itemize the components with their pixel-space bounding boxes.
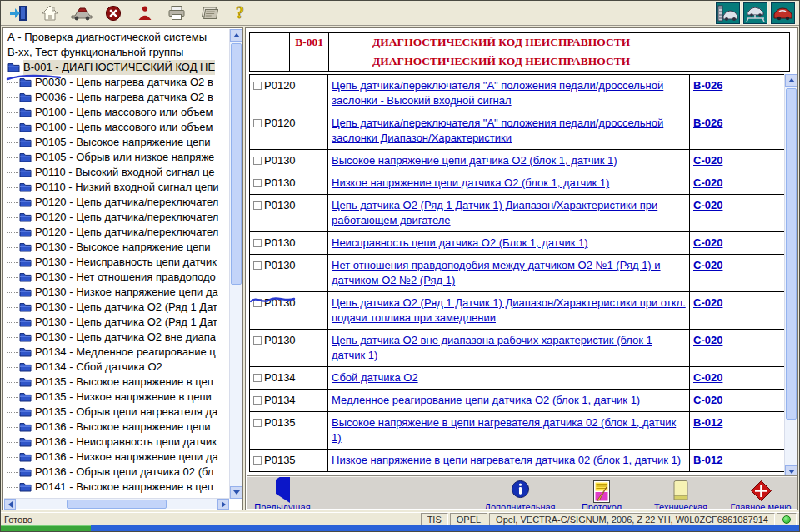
tree-item[interactable]: P0120 - Цепь датчика/переключател: [4, 225, 229, 240]
dtc-checkbox[interactable]: [253, 239, 262, 247]
tree-item[interactable]: P0110 - Низкий входной сигнал цепи: [4, 180, 229, 195]
tree-item[interactable]: P0105 - Обрыв или низкое напряже: [4, 150, 229, 165]
dtc-checkbox[interactable]: [253, 261, 262, 270]
dtc-checkbox[interactable]: [253, 456, 262, 465]
tree-item[interactable]: P0130 - Низкое напряжение цепи да: [4, 285, 229, 300]
exit-button[interactable]: [8, 3, 29, 23]
tree-vertical-scrollbar[interactable]: [229, 29, 242, 499]
tree-item[interactable]: P0141 - Высокое напряжение в цеп: [4, 480, 229, 495]
workshop-module-button[interactable]: [743, 2, 768, 24]
tree-item-label: P0135 - Низкое напряжение в цепи: [35, 390, 212, 405]
tree-item[interactable]: P0110 - Высокий входной сигнал це: [4, 165, 229, 180]
dtc-checkbox[interactable]: [253, 201, 262, 210]
tree-item[interactable]: А - Проверка диагностической системы: [4, 30, 229, 45]
previous-page-button[interactable]: Предыдущая: [247, 480, 332, 509]
dtc-checkbox[interactable]: [253, 157, 262, 165]
tree-item[interactable]: P0100 - Цепь массового или объем: [4, 120, 229, 135]
tree-item[interactable]: P0135 - Обрыв цепи нагревателя да: [4, 405, 229, 420]
tree-horizontal-scrollbar[interactable]: [4, 498, 229, 509]
dtc-description-link[interactable]: Нет отношения правдоподобия между датчик…: [332, 259, 661, 286]
dtc-checkbox[interactable]: [253, 119, 262, 127]
dtc-checkbox[interactable]: [253, 374, 262, 382]
dtc-ref-link[interactable]: C-020: [693, 394, 722, 406]
vehicle-module-button[interactable]: [771, 2, 795, 24]
dtc-checkbox[interactable]: [253, 419, 262, 427]
print-button[interactable]: [166, 3, 188, 23]
stop-button[interactable]: [102, 3, 124, 23]
tree-item[interactable]: P0134 - Медленное реагирование ц: [4, 345, 229, 360]
tree-item[interactable]: P0130 - Цепь датчика О2 вне диапа: [4, 330, 229, 345]
help-button[interactable]: ?: [229, 3, 251, 23]
tree-hscroll-thumb[interactable]: [67, 500, 167, 509]
dtc-checkbox[interactable]: [253, 179, 262, 187]
tree-item[interactable]: P0100 - Цепь массового или объем: [4, 105, 229, 120]
tree-connector: [8, 382, 18, 383]
home-button[interactable]: [39, 3, 61, 23]
tree-item[interactable]: P0105 - Высокое напряжение цепи: [4, 135, 229, 150]
dtc-ref-link[interactable]: B-012: [693, 416, 722, 429]
dtc-description-link[interactable]: Высокое напряжение в цепи нагревателя да…: [332, 416, 676, 444]
folder-icon: [19, 167, 32, 177]
main-menu-button[interactable]: Главное меню: [711, 480, 797, 509]
tree-vscroll-thumb[interactable]: [231, 43, 242, 285]
diagnostics-module-button[interactable]: [716, 2, 740, 24]
content-vertical-scrollbar[interactable]: [784, 74, 797, 478]
dtc-ref-link[interactable]: C-020: [693, 154, 722, 167]
dtc-ref-link[interactable]: C-020: [693, 177, 722, 189]
tree-item[interactable]: P0030 - Цепь нагрева датчика О2 в: [4, 75, 229, 90]
dtc-description-link[interactable]: Сбой датчика О2: [332, 371, 418, 384]
dtc-row: P0120Цепь датчика/переключателя "А" поло…: [250, 112, 787, 150]
dtc-ref-link[interactable]: C-020: [693, 259, 722, 271]
dtc-description-link[interactable]: Цепь датчика/переключателя "А" положения…: [332, 117, 663, 144]
tree-item[interactable]: P0135 - Высокое напряжение в цеп: [4, 375, 229, 390]
tree-item[interactable]: P0136 - Неисправность цепи датчик: [4, 435, 229, 450]
tree-item[interactable]: В-хх, Тест функциональной группы: [4, 45, 229, 60]
customer-button[interactable]: [134, 3, 156, 23]
dtc-checkbox[interactable]: [253, 299, 262, 307]
dtc-ref-link[interactable]: C-020: [693, 334, 722, 346]
tree-item[interactable]: B-001 - ДИАГНОСТИЧЕСКИЙ КОД НЕ: [4, 60, 229, 75]
content-vscroll-thumb[interactable]: [786, 88, 797, 420]
user-icon: [137, 5, 153, 22]
tree-item[interactable]: P0130 - Высокое напряжение цепи: [4, 240, 229, 255]
tree-item[interactable]: P0130 - Цепь датчика О2 (Ряд 1 Дат: [4, 315, 229, 330]
dtc-description-link[interactable]: Цепь датчика О2 (Ряд 1 Датчик 1) Диапазо…: [332, 296, 686, 324]
dtc-ref-link[interactable]: C-020: [693, 371, 722, 384]
tree-item[interactable]: P0130 - Неисправность цепи датчик: [4, 255, 229, 270]
dtc-description-link[interactable]: Низкое напряжение цепи датчика О2 (блок …: [332, 177, 609, 189]
dtc-description-link[interactable]: Цепь датчика О2 вне диапазона рабочих ха…: [332, 334, 652, 361]
tree-item-label: B-001 - ДИАГНОСТИЧЕСКИЙ КОД НЕ: [23, 60, 215, 75]
tree-item[interactable]: P0136 - Высокое напряжение цепи: [4, 420, 229, 435]
dtc-checkbox[interactable]: [253, 396, 262, 405]
tree-item[interactable]: P0120 - Цепь датчика/переключател: [4, 210, 229, 225]
dtc-ref-link[interactable]: C-020: [693, 296, 722, 309]
tree-item[interactable]: P0130 - Цепь датчика О2 (Ряд 1 Дат: [4, 300, 229, 315]
folder-icon: [19, 422, 32, 432]
dtc-ref-link[interactable]: B-026: [693, 117, 722, 129]
tree-item-label: P0110 - Высокий входной сигнал це: [35, 165, 215, 180]
dtc-ref-link[interactable]: C-020: [693, 199, 722, 211]
documents-button[interactable]: [198, 3, 219, 23]
tree-item[interactable]: P0120 - Цепь датчика/переключател: [4, 195, 229, 210]
tow-truck-icon: [70, 6, 93, 21]
tree-item[interactable]: P0136 - Низкое напряжение цепи да: [4, 450, 229, 465]
dtc-ref-link[interactable]: B-012: [693, 454, 722, 466]
dtc-ref-link[interactable]: B-026: [693, 79, 722, 92]
dtc-description-link[interactable]: Цепь датчика О2 (Ряд 1 Датчик 1) Диапазо…: [332, 199, 658, 226]
tree-item-label: P0036 - Цепь нагрева датчика О2 в: [35, 90, 213, 105]
tree-item[interactable]: P0135 - Низкое напряжение в цепи: [4, 390, 229, 405]
dtc-checkbox[interactable]: [253, 82, 262, 90]
dtc-ref-link[interactable]: C-020: [693, 236, 722, 249]
breakdown-button[interactable]: [71, 3, 92, 23]
dtc-checkbox[interactable]: [253, 336, 262, 345]
dtc-description-link[interactable]: Неисправность цепи датчика О2 (Блок 1, д…: [332, 236, 588, 249]
tree-item[interactable]: P0036 - Цепь нагрева датчика О2 в: [4, 90, 229, 105]
dtc-description-link[interactable]: Цепь датчика/переключателя "А" положения…: [332, 79, 663, 107]
dtc-description-link[interactable]: Низкое напряжение в цепи нагревателя дат…: [332, 454, 681, 466]
dtc-description-link[interactable]: Высокое напряжение цепи датчика О2 (блок…: [332, 154, 618, 167]
tree-item[interactable]: P0130 - Нет отношения правдоподо: [4, 270, 229, 285]
tree-item[interactable]: P0136 - Обрыв цепи датчика 02 (бл: [4, 465, 229, 480]
dtc-description-link[interactable]: Медленное реагирование цепи датчика О2 (…: [332, 394, 640, 406]
dtc-row: P0130Высокое напряжение цепи датчика О2 …: [250, 150, 787, 172]
tree-item[interactable]: P0134 - Сбой датчика О2: [4, 360, 229, 375]
